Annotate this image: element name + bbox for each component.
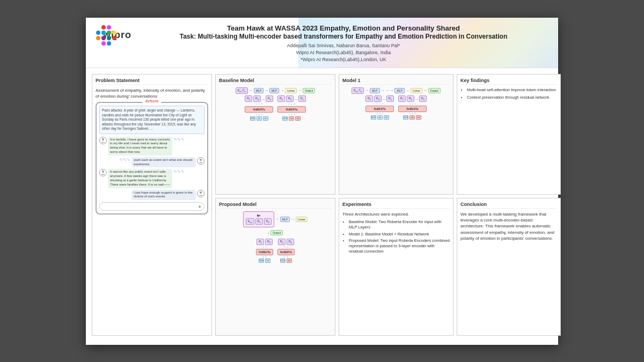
arrow-2: →	[265, 88, 268, 92]
authors: Addepalli Sai Srinivas, Nabarun Barua, S…	[140, 43, 547, 48]
arrow-prop-2: →	[291, 217, 295, 221]
cls-2: CLS	[282, 116, 288, 121]
arrow-m1-4: →	[406, 88, 409, 92]
wave-icon-1: ∿∿∿	[173, 137, 185, 142]
chat-bubble-2: yeah such an event isn't what one should…	[131, 157, 196, 168]
experiments-title: Experiments	[342, 202, 450, 209]
arrow-3: →	[280, 88, 284, 92]
mlp-prop: MLP	[280, 217, 290, 222]
chat-messages: It is terrible. I have gone to many conc…	[99, 137, 204, 201]
rn-m1b: Rn	[419, 95, 427, 102]
arrow-m1-5: →	[423, 88, 427, 92]
proposed-model-panel: Proposed Model N× Enc R1 R2 → MLP →	[215, 198, 335, 336]
avatar-1	[99, 137, 107, 144]
s2: s2	[263, 116, 268, 121]
r2: R2	[253, 95, 261, 102]
model1-panel: Model 1 Enc Cn → MLP → ··· → MLP → Linea…	[339, 74, 453, 195]
experiments-intro: Three Architectures were explored.	[342, 211, 450, 217]
cls-p1: CLS	[259, 258, 264, 263]
conclusion-text: We developed a multi-tasking framework t…	[460, 211, 557, 241]
arrow-m1-1: →	[365, 88, 369, 92]
header-content: Team Hawk at WASSA 2023 Empathy, Emotion…	[97, 24, 547, 62]
baseline-model-panel: Baseline Model Enc Cn → MLP → MLP → Line…	[215, 74, 335, 195]
svg-point-3	[200, 191, 202, 194]
svg-point-0	[102, 138, 104, 141]
send-button-icon[interactable]: ➤	[198, 204, 202, 209]
roberta-m1-1: RoBERTa	[365, 106, 394, 112]
content-grid: Problem Statement Assessment of empathy,…	[86, 68, 558, 342]
conclusion-title: Conclusion	[460, 202, 557, 209]
paper-title-line1: Team Hawk at WASSA 2023 Empathy, Emotion…	[140, 24, 547, 33]
r1-m1: R1	[365, 95, 373, 102]
avatar-4	[197, 190, 204, 197]
r1-m1b: R1	[398, 95, 406, 102]
enc-prop-3: R2	[264, 218, 272, 225]
experiments-panel: Experiments Three Architectures were exp…	[339, 198, 453, 336]
mlp-box-2: MLP	[269, 88, 279, 93]
baseline-title: Baseline Model	[219, 78, 332, 85]
r2-m1: R2	[374, 95, 382, 102]
linear-prop: Linear	[296, 217, 308, 222]
experiments-list: Baseline Model: Two Roberta Encoder for …	[342, 219, 450, 254]
poster: wipro Team Hawk at WASSA 2023 Empathy, E…	[86, 18, 558, 345]
problem-statement-panel: Problem Statement Assessment of empathy,…	[92, 74, 212, 336]
chat-bubble-3: It seems like any public event isn't saf…	[108, 169, 172, 188]
baseline-diagram: Enc Cn → MLP → MLP → Linear → Output R1 …	[219, 87, 332, 121]
r1b: R1	[277, 95, 285, 102]
cls-1: CLS	[250, 116, 255, 121]
output-m1: Output	[428, 88, 441, 93]
linear-box-1: Linear	[285, 88, 297, 93]
svg-point-1	[200, 159, 202, 161]
roberta-p1: RoBERTa	[256, 249, 273, 255]
chat-message-4: I just hope enough support is given to t…	[99, 190, 204, 201]
cls-m1-1: CLS	[371, 115, 376, 120]
rn-m1: Rn	[386, 95, 394, 102]
output-box-1: Output	[303, 88, 315, 93]
a2: a2	[295, 116, 301, 121]
a1-p: a1	[287, 258, 292, 263]
chat-input[interactable]	[102, 204, 198, 209]
r2-m1b: R2	[407, 95, 414, 102]
enc-prop-2: R1	[255, 218, 263, 225]
r2-p: R2	[265, 239, 273, 245]
r1-p: R1	[257, 239, 264, 245]
affiliation1: Wipro AI Research(Lab45), Bangalore, Ind…	[140, 50, 547, 55]
exp-1: Baseline Model: Two Roberta Encoder for …	[349, 219, 450, 230]
wave-icon-3: ∿∿∿	[173, 169, 185, 174]
output-prop: Output	[270, 230, 283, 235]
proposed-title: Proposed Model	[219, 202, 332, 209]
avatar-2	[197, 157, 204, 165]
header: wipro Team Hawk at WASSA 2023 Empathy, E…	[86, 18, 558, 68]
mlp-m1: MLP	[370, 88, 379, 93]
up-3: ↑	[261, 102, 262, 106]
avatar-3	[99, 169, 107, 176]
article-box: Article Paris attacks: A year of grief, …	[96, 102, 208, 215]
a1-m1: a1	[409, 115, 415, 120]
roberta-box-2: RoBERTa	[277, 106, 306, 113]
paper-title-line2: Task: Multi-tasking Multi-encoder based …	[140, 33, 547, 41]
cls-p2: CLS	[280, 258, 286, 263]
problem-text: Assessment of empathy, intensity of emot…	[96, 87, 208, 99]
arrow-m1-2: →	[381, 88, 385, 92]
r1-p2: R1	[278, 239, 286, 245]
chat-message-2: yeah such an event isn't what one should…	[99, 157, 204, 168]
a1: a1	[289, 116, 294, 121]
cls-m1-2: CLS	[403, 115, 408, 120]
rnb: Rn	[298, 95, 306, 102]
arrow-prop-1: →	[275, 217, 279, 221]
roberta-p2: RoBERTa	[277, 249, 295, 255]
mlp-m1-2: MLP	[394, 88, 404, 93]
s1: s1	[257, 116, 262, 121]
svg-point-2	[102, 171, 104, 173]
key-findings-panel: Key findings Multi-head self-attention i…	[457, 74, 561, 195]
article-text: Paris attacks: A year of grief, anger an…	[99, 106, 204, 134]
encoder-block: N× Enc R1 R2	[243, 211, 274, 227]
finding-1: Multi-head self-attention improve token …	[467, 87, 557, 93]
wave-icon-2: ∿∿∿	[119, 157, 130, 162]
affiliation2: *Wipro AI Research(Lab45),London, UK	[140, 57, 547, 62]
rn: Rn	[266, 95, 273, 102]
up-9: ↑	[294, 102, 295, 106]
chat-input-area[interactable]: ➤	[99, 202, 204, 211]
exp-3: Proposed Model: Two input Roberta Encode…	[349, 238, 450, 254]
chat-bubble-1: It is terrible. I have gone to many conc…	[108, 137, 172, 156]
